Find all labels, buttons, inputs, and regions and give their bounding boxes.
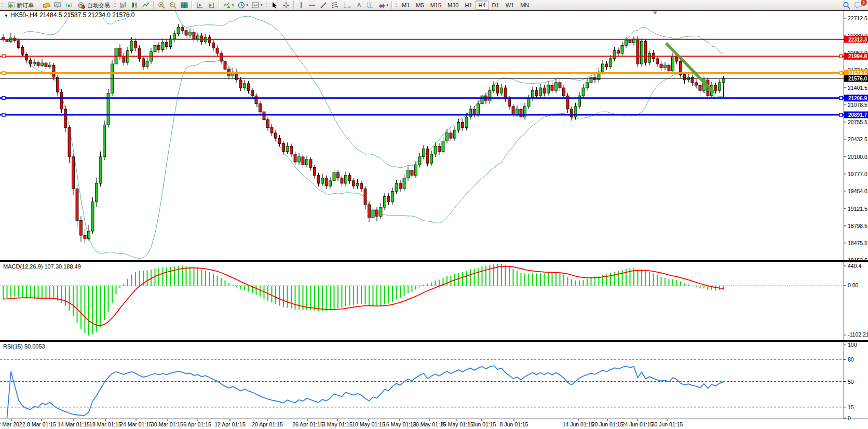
label-button[interactable]: T [364,1,376,10]
time-label: 24 Jun 01:15 [622,421,654,427]
timeframe-H4[interactable]: H4 [476,1,489,10]
ticket-icon [42,1,50,9]
chart-shift-button[interactable] [206,1,217,10]
candle-body [418,157,421,165]
candle-body [270,128,273,133]
candle-body [629,40,631,43]
shapes-button[interactable]: ▾ [376,1,390,10]
candle-body [368,205,371,218]
candle-body [489,90,491,101]
chart-area[interactable]: ▼HK50-,H4 21484.5 21587.5 21234.0 21576.… [0,10,868,429]
signal-button[interactable] [63,1,75,10]
grid-button[interactable]: F [342,1,354,10]
candle-body [185,31,187,35]
auto-trading-button[interactable]: 自动交易 [75,1,113,10]
candle-body [309,159,312,167]
candle-body [52,65,55,77]
candle-body [72,157,75,189]
zoom-out-button[interactable] [167,1,179,10]
candle-body [547,85,550,93]
line-anchor-marker[interactable] [2,72,5,75]
candle-body [543,88,546,93]
zoom-in-icon [157,1,166,9]
ticket-button[interactable] [40,1,52,10]
candle-body [391,191,394,202]
line-anchor-marker[interactable] [2,55,5,58]
vertical-line-button[interactable] [296,1,306,10]
auto-trading-icon [77,1,86,9]
candle-body [302,157,304,165]
candle-chart-button[interactable] [129,1,140,10]
bollinger-lower-band [23,54,724,259]
notifications-button[interactable]: 1 [852,1,865,10]
candle-body [49,65,51,66]
candle-body [664,65,667,68]
template-button[interactable]: ▾ [250,1,264,10]
timeframe-W1[interactable]: W1 [503,1,518,10]
candle-body [395,183,398,191]
candle-body [25,55,28,60]
timeframe-MN[interactable]: MN [517,1,532,10]
candle-body [18,41,20,47]
candle-body [263,112,265,119]
candle-body [216,48,219,53]
rsi-axis-label: 80 [848,356,854,363]
timeframe-M1[interactable]: M1 [399,1,413,10]
trendline-button[interactable] [318,1,329,10]
bar-chart-button[interactable] [117,1,129,10]
time-label: 20 Jun 01:15 [592,421,623,427]
time-axis[interactable]: 2 Mar 20228 Mar 01:1514 Mar 01:1518 Mar … [0,419,683,427]
line-anchor-marker[interactable] [839,97,843,100]
period-button[interactable]: ▾ [236,1,250,10]
timeframe-M30[interactable]: M30 [444,1,462,10]
candle-body [683,75,686,80]
candle-body [96,183,98,202]
price-tick-label: 19121.5 [848,206,867,212]
candle-body [722,78,725,83]
label-icon: T [366,1,374,9]
candle-body [648,53,651,62]
add-indicator-button[interactable]: ▾ [221,1,236,10]
line-anchor-marker[interactable] [2,97,5,100]
candle-body [21,47,24,54]
candle-body [76,189,78,220]
auto-scroll-button[interactable] [194,1,206,10]
candle-body [294,154,296,162]
time-label: 2 Mar 2022 [0,421,25,427]
rsi-axis-label: 15 [848,404,854,410]
line-anchor-marker[interactable] [839,72,843,75]
candle-body [426,149,429,164]
candle-body [512,106,514,114]
text-button[interactable]: A [354,1,364,10]
candle-body [442,141,444,151]
crosshair-button[interactable] [280,1,292,10]
candle-body [200,36,203,42]
market-watch-button[interactable] [52,1,63,10]
zoom-in-button[interactable] [156,1,167,10]
price-tick-label: 22712.5 [848,15,867,21]
new-order-button[interactable]: 新订单 [5,1,36,10]
candles-series [2,24,725,243]
line-chart-button[interactable] [140,1,152,10]
timeframe-D1[interactable]: D1 [489,1,503,10]
fibonacci-button[interactable]: E [329,1,342,10]
time-label: 14 Jun 01:15 [563,421,594,427]
timeframe-M5[interactable]: M5 [413,1,427,10]
candle-body [434,146,437,154]
cursor-button[interactable] [269,1,280,10]
tile-windows-button[interactable] [179,1,190,10]
candle-body [360,183,363,189]
timeframe-H1[interactable]: H1 [462,1,475,10]
time-label: 8 Jun 01:15 [500,421,528,427]
chart-shift-marker[interactable] [653,11,657,15]
candle-body [91,202,94,231]
candle-body [644,41,647,62]
search-button[interactable] [840,1,852,10]
timeframe-M15[interactable]: M15 [427,1,444,10]
line-anchor-marker[interactable] [839,113,843,116]
line-chart-icon [142,1,150,9]
line-anchor-marker[interactable] [2,113,5,116]
horizontal-line-button[interactable] [306,1,318,10]
line-anchor-marker[interactable] [839,55,843,58]
candle-body [465,117,468,127]
